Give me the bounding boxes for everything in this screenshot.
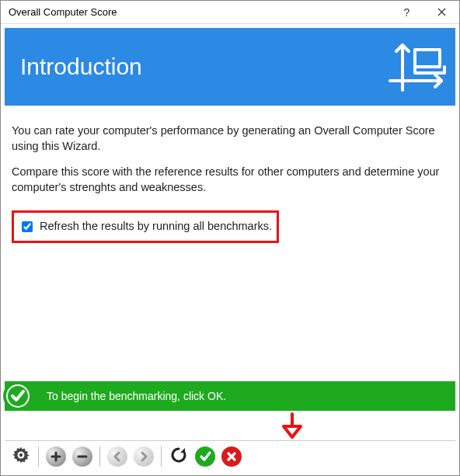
toolbar-separator	[38, 446, 39, 467]
settings-button[interactable]	[9, 445, 33, 468]
ok-button[interactable]	[193, 445, 217, 468]
toolbar-separator	[99, 446, 100, 467]
arrow-left-icon	[107, 446, 127, 467]
arrow-right-icon	[134, 446, 154, 467]
minus-icon	[72, 446, 92, 467]
status-check-icon	[3, 381, 33, 411]
arrow-annotation	[1, 411, 459, 440]
forward-button[interactable]	[132, 445, 155, 468]
zoom-out-button[interactable]	[71, 445, 94, 468]
intro-paragraph-2: Compare this score with the reference re…	[12, 165, 448, 195]
wizard-body: You can rate your computer's performance…	[1, 109, 459, 381]
page-title: Introduction	[20, 54, 142, 80]
refresh-benchmarks-checkbox[interactable]: Refresh the results by running all bench…	[14, 213, 277, 241]
cancel-button[interactable]	[220, 445, 243, 468]
highlight-annotation: Refresh the results by running all bench…	[12, 210, 279, 243]
titlebar: Overall Computer Score ?	[1, 1, 459, 24]
intro-paragraph-1: You can rate your computer's performance…	[12, 123, 448, 154]
close-icon	[437, 6, 446, 19]
status-bar: To begin the benchmarking, click OK.	[5, 381, 455, 411]
svg-point-4	[19, 453, 23, 456]
gear-icon	[12, 446, 30, 467]
computer-score-icon	[385, 34, 449, 101]
window-title: Overall Computer Score	[9, 6, 389, 18]
refresh-button[interactable]	[167, 445, 190, 468]
status-message: To begin the benchmarking, click OK.	[47, 390, 226, 402]
check-icon	[195, 446, 215, 467]
refresh-benchmarks-label: Refresh the results by running all bench…	[40, 219, 272, 235]
back-button[interactable]	[106, 445, 129, 468]
close-button[interactable]	[424, 1, 459, 24]
x-icon	[221, 446, 242, 467]
toolbar	[5, 440, 455, 471]
wizard-header: Introduction	[5, 28, 455, 106]
refresh-benchmarks-input[interactable]	[22, 221, 33, 232]
question-icon: ?	[404, 6, 410, 19]
refresh-icon	[169, 446, 188, 467]
svg-rect-0	[415, 50, 440, 67]
toolbar-separator	[161, 446, 162, 467]
help-button[interactable]: ?	[389, 1, 424, 24]
zoom-in-button[interactable]	[44, 445, 68, 468]
plus-icon	[46, 446, 66, 467]
